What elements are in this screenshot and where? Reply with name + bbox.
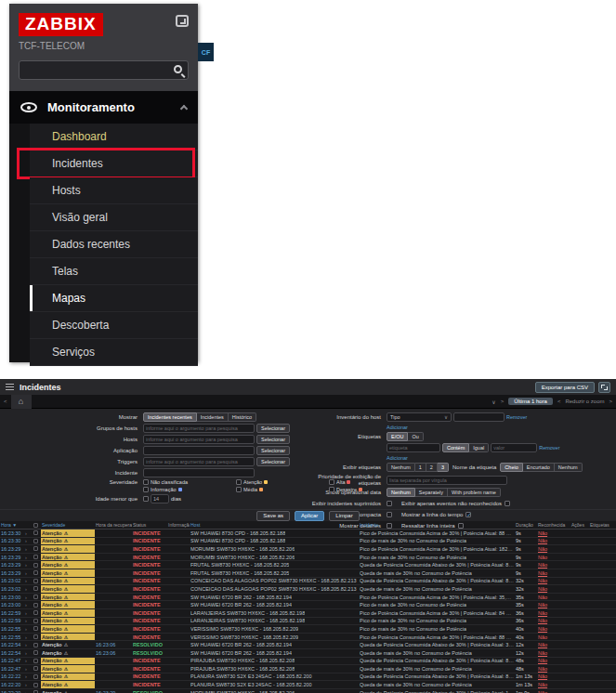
event-time-link[interactable]: 16:22:22 [0,673,24,681]
row-checkbox[interactable] [31,530,41,537]
tag-priority-input[interactable] [387,476,507,485]
row-checkbox[interactable] [31,545,41,553]
row-checkbox[interactable] [31,585,41,593]
acknowledged-link[interactable]: Não [537,554,570,561]
acknowledged-link[interactable]: Não [537,578,570,585]
acknowledged-link[interactable]: Não [537,665,570,673]
status-cell[interactable]: INCIDENTE [132,625,167,633]
segmented-option[interactable]: Igual [469,443,489,452]
severity-option-não-classificada[interactable]: Não classificada [143,479,232,485]
expand-row-icon[interactable]: › [24,601,31,608]
host-link[interactable]: PIRAJUBA SW8730 HX6XC - 168.205.82.208 [190,658,359,665]
segmented-option[interactable]: Incidentes [197,412,229,422]
age-input[interactable] [151,494,169,503]
expand-row-icon[interactable]: › [24,585,31,593]
event-time-link[interactable]: 16:23:29 [0,554,24,561]
status-cell[interactable]: INCIDENTE [132,554,167,561]
triggers-select-button[interactable]: Selecionar [256,457,290,466]
row-checkbox[interactable] [31,625,41,633]
segmented-option[interactable]: 3 [438,463,449,472]
host-link[interactable]: PLANURA SW8730 S2X E3 24SAC - 168.205.82… [190,673,359,681]
host-link[interactable]: MORUMBI SW8730 HX6XC - 168.205.82.206 [190,545,359,553]
segmented-option[interactable]: Incidentes recentes [143,412,197,422]
status-cell[interactable]: RESOLVIDO [132,689,167,693]
expand-row-icon[interactable]: › [24,618,31,625]
event-time-link[interactable]: 16:22:47 [0,658,24,665]
expand-row-icon[interactable]: › [24,594,31,601]
problem-link[interactable]: Pico de Potência Consumida Acima de 30% … [359,530,515,537]
column-header-severidade[interactable]: Severidade [41,521,95,529]
severity-checkbox[interactable] [236,487,242,492]
unacknowledged-checkbox[interactable] [505,501,510,506]
status-cell[interactable]: INCIDENTE [132,538,167,545]
expand-row-icon[interactable]: › [24,530,31,537]
problem-link[interactable]: Queda de mais de 30% no Consumo de Potên… [359,681,515,688]
segmented-option[interactable]: 2 [426,463,438,472]
expand-row-icon[interactable]: › [24,625,31,633]
problem-link[interactable]: Pico de Potência Consumida Acima de 30% … [359,545,515,553]
column-header-incidente[interactable]: Incidente [359,521,515,529]
sidebar-item-dashboard[interactable]: Dashboard [30,124,198,150]
row-checkbox[interactable] [31,681,41,688]
expand-row-icon[interactable]: › [24,538,31,545]
event-time-link[interactable]: 16:23:29 [0,561,24,569]
status-cell[interactable]: INCIDENTE [132,569,167,577]
expand-row-icon[interactable]: › [24,554,31,561]
recovery-time-link[interactable]: 16:23:06 [95,641,132,648]
tag-value-input[interactable] [491,443,537,452]
event-time-link[interactable]: 16:22:54 [0,649,24,657]
acknowledged-link[interactable]: Não [537,618,570,625]
problem-link[interactable]: Pico de mais de 30% no Consumo de Potênc… [359,554,515,561]
severity-checkbox[interactable] [143,479,149,485]
host-link[interactable]: SW HUAWEI 6720 BR 262 - 168.205.82.194 [190,601,359,608]
host-link[interactable]: MORUMBI SW8730 HX6XC - 168.205.82.206 [190,554,359,561]
severity-checkbox[interactable] [329,479,334,485]
acknowledged-link[interactable]: Não [537,585,570,593]
time-shift-back-icon[interactable]: < [557,399,561,404]
status-cell[interactable]: INCIDENTE [132,601,167,608]
problem-link[interactable]: Queda de Potência Consumida Abaixo de 30… [359,578,515,585]
status-cell[interactable]: INCIDENTE [132,665,167,673]
sidebar-item-hosts[interactable]: Hosts [30,177,198,204]
acknowledged-link[interactable]: Não [537,641,570,648]
hosts-input[interactable] [143,435,255,444]
row-checkbox[interactable] [31,673,41,681]
save-as-button[interactable]: Save as [256,511,290,521]
acknowledged-link[interactable]: Não [537,601,570,608]
event-time-link[interactable]: 16:23:02 [0,578,24,585]
expand-row-icon[interactable]: › [24,569,31,577]
sidebar-item-visão-geral[interactable]: Visão geral [30,204,198,231]
host-link[interactable]: VERISSIMO SW8730 HX6XC - 168.205.82.209 [190,625,359,633]
host-link[interactable]: SW HUAWEI 8730 CPD - 168.205.82.188 [190,538,359,545]
tabs-scroll-left-icon[interactable]: < [4,399,7,404]
triggers-input[interactable] [143,457,255,466]
apply-button[interactable]: Aplicar [295,511,324,521]
acknowledged-link[interactable]: Não [537,673,570,681]
problem-input[interactable] [143,468,255,477]
problem-link[interactable]: Queda de Potência Consumida Abaixo de 30… [359,673,515,681]
row-checkbox[interactable] [31,601,41,608]
row-checkbox[interactable] [31,538,41,545]
acknowledged-link[interactable]: Não [537,649,570,657]
sidebar-item-incidentes[interactable]: Incidentes [30,150,198,177]
sidebar-item-mapas[interactable]: Mapas [30,285,198,312]
status-cell[interactable]: INCIDENTE [132,585,167,593]
segmented-option[interactable]: E/OU [387,432,408,441]
problem-link[interactable]: Pico de mais de 30% no Consumo de Potênc… [359,601,515,608]
expand-row-icon[interactable]: › [24,641,31,648]
event-time-link[interactable]: 16:23:29 [0,545,24,553]
row-checkbox[interactable] [31,665,41,673]
host-groups-input[interactable] [143,424,255,433]
filter-collapse-icon[interactable]: ∨ [491,399,495,405]
status-cell[interactable]: INCIDENTE [132,681,167,688]
severity-option-informação[interactable]: Informação [143,487,232,492]
acknowledged-link[interactable]: Não [537,545,570,553]
problem-link[interactable]: Pico de Potência Consumida Acima de 30% … [359,634,515,641]
host-link[interactable]: CONCEICAO DAS ALAGOAS POP02 SW8730 HX6XC… [190,578,359,585]
recovery-time-link[interactable]: 16:23:29 [95,689,132,693]
host-link[interactable]: VERISSIMO SW8730 HX6XC - 168.205.82.209 [190,634,359,641]
acknowledged-link[interactable]: Não [537,681,570,688]
problem-link[interactable]: Queda de Potência Consumida Abaixo de 30… [359,561,515,569]
tag-name-input[interactable] [387,443,440,452]
host-link[interactable]: MORUMBI SW8730 HX6XC - 168.205.82.206 [190,689,359,693]
